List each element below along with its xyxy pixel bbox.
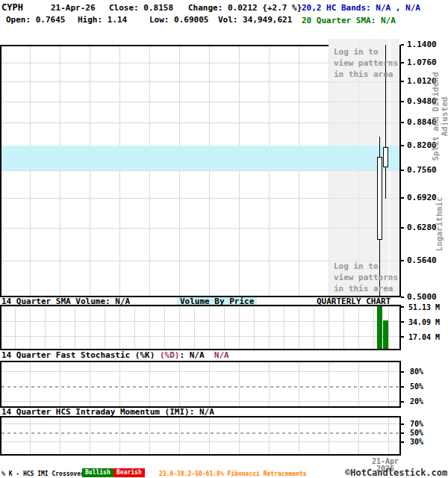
grid-line bbox=[209, 306, 210, 349]
grid-line bbox=[90, 362, 90, 406]
volume-tick-label: 34.09 M bbox=[408, 318, 446, 326]
header-low: Low: 0.69005 bbox=[149, 16, 208, 25]
grid-line bbox=[299, 362, 299, 406]
grid-line bbox=[254, 306, 255, 349]
grid-line bbox=[269, 306, 270, 349]
grid-line bbox=[329, 170, 399, 171]
stochastic-title-d: (%D) bbox=[160, 350, 180, 360]
grid-line bbox=[284, 306, 284, 349]
grid-line bbox=[60, 362, 60, 406]
volume-tick-label: 17.04 M bbox=[408, 333, 446, 341]
axis-label-split-dividend-adjusted: Split and Dividend Adjusted bbox=[432, 50, 448, 183]
dashed-midline bbox=[1, 386, 399, 388]
grid-line bbox=[60, 306, 60, 349]
grid-line bbox=[149, 362, 150, 406]
grid-line bbox=[1, 371, 399, 372]
grid-line bbox=[179, 306, 180, 349]
copyright-link[interactable]: ©HotCandlestick.com bbox=[345, 468, 447, 478]
price-tick-label: 0.5640 bbox=[407, 256, 443, 265]
grid-line bbox=[299, 46, 299, 296]
header-hc-bands: 20,2 HC Bands: N/A , N/A bbox=[302, 4, 420, 13]
ticker-symbol: CYPH bbox=[1, 3, 23, 12]
grid-line bbox=[239, 306, 240, 349]
grid-line bbox=[60, 46, 60, 296]
header-close: Close: 0.8158 bbox=[109, 4, 173, 13]
candle-body bbox=[383, 147, 388, 167]
grid-line bbox=[90, 46, 90, 296]
price-tick-label: 1.1400 bbox=[407, 40, 443, 49]
volume-tick-mark bbox=[401, 336, 404, 338]
price-tick-label: 0.5000 bbox=[407, 293, 443, 302]
axis-label-logarithmic: Logarithmic bbox=[435, 197, 444, 252]
grid-line bbox=[329, 102, 399, 102]
stochastic-tick-mark bbox=[401, 371, 404, 373]
grid-line bbox=[1, 336, 399, 337]
grid-line bbox=[119, 362, 120, 406]
grid-line bbox=[149, 46, 150, 296]
price-tick-mark bbox=[401, 297, 404, 298]
imi-tick-mark bbox=[401, 432, 404, 434]
grid-line bbox=[358, 362, 359, 406]
grid-line bbox=[329, 306, 329, 349]
header-change: Change: 0.0212 {+2.7 %} bbox=[188, 4, 302, 13]
grid-line bbox=[1, 306, 399, 307]
crossover-legend-label: % K - HCS IMI Crossover, bbox=[1, 471, 88, 477]
grid-line bbox=[329, 362, 329, 406]
imi-tick-label: 50% bbox=[410, 429, 440, 437]
grid-line bbox=[30, 306, 31, 349]
price-tick-mark bbox=[401, 260, 404, 261]
price-tick-mark bbox=[401, 44, 404, 46]
grid-line bbox=[358, 306, 359, 349]
price-tick-mark bbox=[401, 197, 404, 199]
grid-line bbox=[388, 362, 389, 406]
header-volume: Vol: 34,949,621 bbox=[218, 16, 292, 25]
price-tick-mark bbox=[401, 145, 404, 146]
grid-line bbox=[239, 46, 240, 296]
stochastic-tick-mark bbox=[401, 401, 404, 403]
imi-tick-label: 70% bbox=[410, 420, 440, 428]
grid-line bbox=[179, 46, 180, 296]
price-tick-mark bbox=[401, 227, 404, 229]
volume-bar bbox=[377, 306, 382, 349]
grid-line bbox=[149, 306, 150, 349]
candle-body bbox=[377, 157, 382, 240]
grid-line bbox=[299, 306, 299, 349]
grid-line bbox=[209, 362, 210, 406]
volume-tick-mark bbox=[401, 321, 404, 323]
grid-line bbox=[105, 306, 105, 349]
grid-line bbox=[209, 46, 210, 296]
grid-line bbox=[164, 306, 165, 349]
grid-line bbox=[329, 198, 399, 199]
bullish-badge: Bullish bbox=[82, 468, 113, 477]
price-tick-mark bbox=[401, 170, 404, 171]
header-date: 21-Apr-26 bbox=[51, 4, 96, 13]
volume-bar bbox=[383, 320, 388, 349]
price-tick-mark bbox=[401, 62, 404, 63]
grid-line bbox=[1, 321, 399, 322]
fibonacci-legend-label: 23.6-38.2-50-61.8% Fibonacci Retracement… bbox=[159, 471, 306, 477]
bearish-badge: Bearish bbox=[113, 468, 145, 477]
volume-tick-label: 51.13 M bbox=[408, 303, 446, 311]
header-high: High: 1.14 bbox=[78, 16, 127, 25]
grid-line bbox=[179, 362, 180, 406]
header-quarter-sma: 20 Quarter SMA: N/A bbox=[302, 16, 396, 25]
grid-line bbox=[30, 46, 31, 296]
grid-line bbox=[314, 306, 314, 349]
grid-line bbox=[134, 306, 135, 349]
grid-line bbox=[269, 362, 270, 406]
grid-line bbox=[343, 306, 344, 349]
grid-line bbox=[1, 401, 399, 402]
price-tick-mark bbox=[401, 81, 404, 82]
login-notice-bottom: Log in to view patterns in this area bbox=[334, 261, 398, 294]
grid-line bbox=[90, 306, 90, 349]
grid-line bbox=[119, 306, 120, 349]
header-open: Open: 0.7645 bbox=[6, 16, 65, 25]
stochastic-tick-label: 50% bbox=[410, 382, 440, 391]
imi-tick-mark bbox=[401, 423, 404, 425]
chart-page: CYPH 21-Apr-26 Close: 0.8158 Change: 0.0… bbox=[0, 0, 448, 478]
imi-tick-label: 30% bbox=[410, 438, 440, 446]
grid-line bbox=[1, 423, 399, 424]
login-notice-top: Log in to view patterns in this area bbox=[334, 46, 398, 80]
grid-line bbox=[373, 306, 374, 349]
stochastic-pane-title: 14 Quarter Fast Stochastic (%K) (%D): N/… bbox=[1, 351, 229, 360]
